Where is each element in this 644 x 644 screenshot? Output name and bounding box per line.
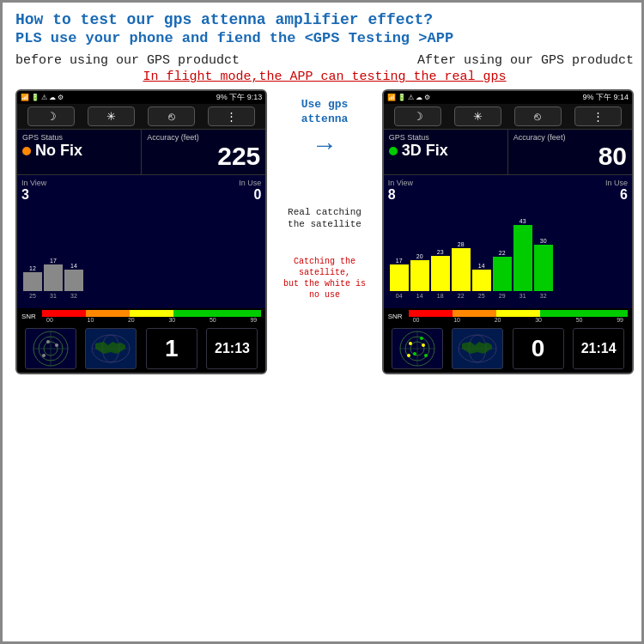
flight-mode-text: In flight mode,the APP can testing the r… (15, 70, 634, 84)
left-number-widget: 1 (146, 328, 197, 369)
left-status-icons: 📶 🔋 ⚠ ☁ ⚙ (21, 94, 64, 101)
right-world-svg (453, 330, 501, 368)
right-time-widget: 21:14 (573, 328, 624, 369)
left-gps-info-row: GPS Status No Fix Accuracy (feet) 225 (17, 130, 265, 175)
right-bar-25: 1425 (472, 263, 491, 299)
left-satellite-chart: In View 3 In Use 0 122517311432 (17, 175, 265, 308)
right-gps-label: GPS Status (389, 133, 502, 142)
right-radar-widget (392, 328, 443, 369)
left-bars-area: 122517311432 (21, 204, 261, 299)
title-line2: PLS use your phone and fiend the <GPS Te… (15, 30, 634, 46)
left-accuracy-box: Accuracy (feet) 225 (142, 130, 265, 174)
right-accuracy-value: 80 (513, 142, 627, 171)
right-accuracy-box: Accuracy (feet) 80 (508, 130, 632, 174)
left-gps-label: GPS Status (22, 133, 136, 142)
right-bar-29: 2229 (493, 250, 512, 299)
left-snr-nums: 00 10 20 30 50 99 (42, 317, 261, 323)
annotation-middle: Use gps attenna → Real catchingthe satel… (276, 89, 373, 374)
right-ctrl-moon[interactable]: ☽ (394, 106, 441, 126)
right-bar-04: 1704 (390, 258, 409, 299)
left-status-bar: 📶 🔋 ⚠ ☁ ⚙ 9% 下午 9:13 (17, 91, 265, 104)
left-bar-31: 1731 (44, 258, 63, 299)
right-phone: 📶 🔋 ⚠ ☁ ⚙ 9% 下午 9:14 ☽ ✳ ⎋ ⋮ GPS Status (382, 89, 634, 374)
left-phone: 📶 🔋 ⚠ ☁ ⚙ 9% 下午 9:13 ☽ ✳ ⎋ ⋮ GPS Status (15, 89, 267, 374)
right-status-dot (389, 147, 398, 155)
right-snr-bar (409, 310, 628, 317)
right-status-icons: 📶 🔋 ⚠ ☁ ⚙ (387, 94, 430, 101)
left-time-status: 9% 下午 9:13 (216, 92, 263, 103)
real-catching-label: Real catchingthe satellite (288, 206, 361, 231)
right-bar-22: 2822 (452, 241, 471, 299)
right-phone-controls: ☽ ✳ ⎋ ⋮ (384, 104, 632, 130)
right-satellite-chart: In View 8 In Use 6 170420142318282214252… (384, 175, 632, 308)
left-status-dot (22, 147, 31, 155)
svg-point-8 (46, 340, 50, 343)
left-chart-header: In View 3 In Use 0 (21, 179, 261, 203)
main-container: How to test our gps attenna amplifier ef… (3, 3, 644, 644)
right-snr-row: SNR 00 10 20 30 50 99 (384, 308, 632, 325)
left-accuracy-value: 225 (147, 142, 260, 171)
subtitle-before: before using our GPS produdct (15, 53, 240, 68)
title-line1: How to test our gps attenna amplifier ef… (15, 11, 634, 28)
left-accuracy-label: Accuracy (feet) (147, 133, 260, 142)
blue-arrow-icon: → (312, 131, 337, 160)
left-bar-32: 1432 (64, 263, 83, 299)
left-radar-svg (27, 330, 75, 368)
right-chart-header: In View 8 In Use 6 (388, 179, 628, 203)
right-gps-value: 3D Fix (389, 142, 502, 160)
left-snr-row: SNR 00 10 20 30 50 99 (17, 308, 265, 325)
left-phone-controls: ☽ ✳ ⎋ ⋮ (17, 104, 265, 130)
svg-point-24 (420, 337, 423, 340)
right-ctrl-menu[interactable]: ⋮ (574, 106, 622, 126)
right-bars-area: 17042014231828221425222943313032 (388, 204, 628, 299)
svg-point-22 (424, 354, 428, 357)
svg-point-7 (55, 343, 58, 347)
left-ctrl-moon[interactable]: ☽ (27, 106, 75, 126)
right-ctrl-star[interactable]: ✳ (454, 106, 501, 126)
right-bar-31: 4331 (513, 218, 532, 299)
left-ctrl-share[interactable]: ⎋ (148, 106, 195, 126)
subtitle-after: After using our GPS produdct (417, 53, 634, 68)
right-accuracy-label: Accuracy (feet) (513, 133, 627, 142)
right-gps-info-row: GPS Status 3D Fix Accuracy (feet) 80 (384, 130, 632, 175)
left-world-svg (87, 330, 135, 368)
svg-point-21 (413, 352, 416, 355)
right-gps-status-box: GPS Status 3D Fix (384, 130, 508, 174)
right-bar-18: 2318 (431, 249, 450, 299)
left-bar-25: 1225 (23, 265, 42, 299)
right-bar-14: 2014 (410, 253, 429, 299)
svg-point-19 (409, 342, 412, 345)
svg-point-23 (407, 354, 410, 357)
subtitle-row: before using our GPS produdct After usin… (15, 53, 634, 68)
left-ctrl-star[interactable]: ✳ (88, 106, 135, 126)
left-world-widget (85, 328, 137, 369)
svg-point-20 (422, 343, 425, 347)
left-ctrl-menu[interactable]: ⋮ (208, 106, 255, 126)
left-snr-bar (42, 310, 261, 317)
svg-point-6 (42, 354, 46, 357)
right-number-widget: 0 (513, 328, 564, 369)
right-status-bar: 📶 🔋 ⚠ ☁ ⚙ 9% 下午 9:14 (384, 91, 632, 104)
right-radar-svg (393, 330, 441, 368)
left-time-widget: 21:13 (206, 328, 258, 369)
right-ctrl-share[interactable]: ⎋ (514, 106, 562, 126)
right-world-widget (452, 328, 503, 369)
left-phone-bottom: 1 21:13 (17, 325, 265, 373)
use-gps-label: Use gps attenna (276, 98, 373, 127)
left-gps-status-box: GPS Status No Fix (17, 130, 142, 174)
right-phone-bottom: 0 21:14 (384, 325, 632, 373)
left-radar-widget (25, 328, 76, 369)
catching-sat-label: Catching the satellite,but the white is … (276, 256, 373, 301)
right-bar-32: 3032 (534, 238, 553, 299)
right-snr-nums: 00 10 20 30 50 99 (409, 317, 628, 323)
phones-row: 📶 🔋 ⚠ ☁ ⚙ 9% 下午 9:13 ☽ ✳ ⎋ ⋮ GPS Status (15, 89, 634, 374)
left-gps-value: No Fix (22, 142, 136, 160)
right-time-status: 9% 下午 9:14 (582, 92, 629, 103)
